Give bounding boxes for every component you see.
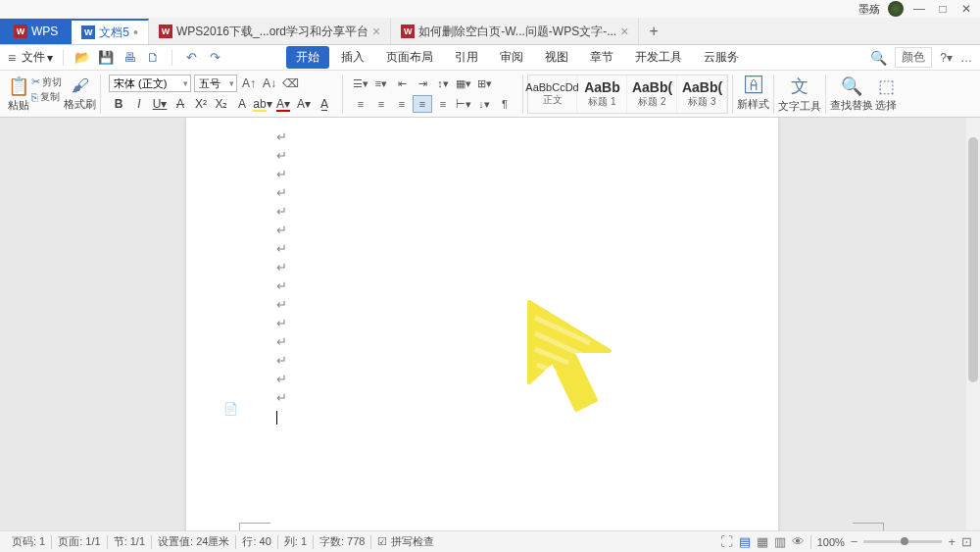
align-justify-button[interactable]: ≡ xyxy=(413,95,432,113)
ribbon-tab-review[interactable]: 审阅 xyxy=(490,46,533,69)
border-button[interactable]: ⊞▾ xyxy=(474,75,494,92)
text-tools-button[interactable]: 文文字工具 xyxy=(778,75,821,114)
color-menu[interactable]: 颜色 xyxy=(895,47,932,68)
tabs-button[interactable]: ⊢▾ xyxy=(454,95,473,113)
ribbon-tab-reference[interactable]: 引用 xyxy=(445,46,488,69)
open-icon[interactable]: 📂 xyxy=(74,50,91,65)
status-section[interactable]: 节: 1/1 xyxy=(110,534,149,549)
status-words[interactable]: 字数: 778 xyxy=(316,534,368,549)
doc-tab-0[interactable]: W 文档5 • xyxy=(72,19,149,44)
highlight-button[interactable]: ab▾ xyxy=(253,95,272,113)
status-col[interactable]: 列: 1 xyxy=(280,534,311,549)
phonetic-button[interactable]: A̲ xyxy=(315,95,334,113)
zoom-thumb[interactable] xyxy=(901,537,908,545)
fullscreen-icon[interactable]: ⛶ xyxy=(720,534,733,549)
ribbon-tab-start[interactable]: 开始 xyxy=(286,46,329,69)
subscript-button[interactable]: X₂ xyxy=(212,95,231,113)
font-size-select[interactable]: 五号 xyxy=(194,75,237,92)
status-spell[interactable]: ☑ 拼写检查 xyxy=(373,534,437,549)
font-color-button[interactable]: A▾ xyxy=(273,95,293,113)
tab-close-icon[interactable]: × xyxy=(620,24,628,39)
wps-home-tab[interactable]: W WPS xyxy=(0,19,72,44)
status-pages[interactable]: 页面: 1/1 xyxy=(54,534,104,549)
zoom-out-button[interactable]: − xyxy=(851,534,858,549)
save-icon[interactable]: 💾 xyxy=(97,50,115,65)
status-setval[interactable]: 设置值: 24厘米 xyxy=(154,534,233,549)
new-tab-button[interactable]: + xyxy=(639,19,667,44)
indent-dec-button[interactable]: ⇤ xyxy=(392,75,412,92)
scroll-thumb[interactable] xyxy=(968,137,978,382)
text-effect-button[interactable]: A xyxy=(232,95,252,113)
search-icon[interactable]: 🔍 xyxy=(870,50,887,66)
user-name[interactable]: 墨殇 xyxy=(858,2,880,17)
document-page[interactable]: ↵↵↵↵↵↵↵↵↵↵↵↵↵↵↵ xyxy=(186,118,778,530)
bold-button[interactable]: B xyxy=(109,95,128,113)
show-marks-button[interactable]: ¶ xyxy=(495,95,514,113)
tab-close-icon[interactable]: • xyxy=(133,25,138,40)
redo-icon[interactable]: ↷ xyxy=(206,50,223,65)
copy-button[interactable]: ⎘复制 xyxy=(31,90,62,104)
ribbon-tab-section[interactable]: 章节 xyxy=(580,46,623,69)
indent-inc-button[interactable]: ⇥ xyxy=(413,75,432,92)
paste-button[interactable]: 📋 粘贴 xyxy=(8,75,29,113)
hamburger-icon[interactable]: ≡ xyxy=(8,50,16,66)
undo-icon[interactable]: ↶ xyxy=(182,50,200,65)
zoom-level[interactable]: 100% xyxy=(817,536,845,548)
styles-gallery[interactable]: AaBbCcDd正文 AaBb标题 1 AaBb(标题 2 AaBb(标题 3 xyxy=(527,75,728,114)
sort-button[interactable]: ↓▾ xyxy=(474,95,494,113)
maximize-button[interactable]: □ xyxy=(935,2,951,16)
doc-tab-1[interactable]: W WPS2016下载_...ord学习和分享平台 × xyxy=(149,19,391,44)
help-icon[interactable]: ?▾ xyxy=(940,51,953,65)
font-family-select[interactable]: 宋体 (正文) xyxy=(109,75,191,92)
print-icon[interactable]: 🖶 xyxy=(121,50,138,65)
shading-button[interactable]: ▦▾ xyxy=(454,75,473,92)
bullets-button[interactable]: ☰▾ xyxy=(351,75,370,92)
outline-icon[interactable]: ▦ xyxy=(757,534,768,549)
ribbon-tab-layout[interactable]: 页面布局 xyxy=(376,46,443,69)
doc-tab-2[interactable]: W 如何删除空白页-W...问题-WPS文字-... × xyxy=(391,19,639,44)
style-h3[interactable]: AaBb(标题 3 xyxy=(678,75,727,113)
clear-format-icon[interactable]: ⌫ xyxy=(281,75,299,91)
read-mode-icon[interactable]: 👁 xyxy=(792,534,805,549)
page-options-icon[interactable]: 📄 xyxy=(223,402,239,418)
format-brush-button[interactable]: 🖌 格式刷 xyxy=(64,75,96,113)
minimize-button[interactable]: — xyxy=(911,2,927,16)
fit-page-icon[interactable]: ⊡ xyxy=(961,534,972,549)
status-page[interactable]: 页码: 1 xyxy=(8,534,49,549)
ribbon-tab-insert[interactable]: 插入 xyxy=(331,46,374,69)
align-center-button[interactable]: ≡ xyxy=(371,95,391,113)
numbering-button[interactable]: ≡▾ xyxy=(371,75,391,92)
superscript-button[interactable]: X² xyxy=(191,95,211,113)
web-layout-icon[interactable]: ▥ xyxy=(774,534,786,549)
cut-button[interactable]: ✂剪切 xyxy=(31,75,62,89)
select-button[interactable]: ⬚选择 xyxy=(875,75,897,113)
style-h1[interactable]: AaBb标题 1 xyxy=(578,75,627,113)
italic-button[interactable]: I xyxy=(129,95,149,113)
zoom-in-button[interactable]: + xyxy=(948,534,956,549)
ribbon-tab-view[interactable]: 视图 xyxy=(535,46,578,69)
new-style-button[interactable]: 🄰新样式 xyxy=(737,75,769,112)
line-spacing-button[interactable]: ↕▾ xyxy=(433,75,453,92)
char-shading-button[interactable]: A▾ xyxy=(294,95,314,113)
align-left-button[interactable]: ≡ xyxy=(351,95,370,113)
print-layout-icon[interactable]: ▤ xyxy=(739,534,751,549)
style-normal[interactable]: AaBbCcDd正文 xyxy=(528,75,577,113)
grow-font-icon[interactable]: A↑ xyxy=(240,75,258,91)
strikethrough-button[interactable]: A xyxy=(171,95,190,113)
underline-button[interactable]: U▾ xyxy=(150,95,170,113)
status-line[interactable]: 行: 40 xyxy=(238,534,274,549)
zoom-slider[interactable] xyxy=(863,540,942,543)
document-area[interactable]: ↵↵↵↵↵↵↵↵↵↵↵↵↵↵↵ 📄 xyxy=(0,118,980,530)
ribbon-tab-cloud[interactable]: 云服务 xyxy=(694,46,749,69)
align-right-button[interactable]: ≡ xyxy=(392,95,412,113)
print-preview-icon[interactable]: 🗋 xyxy=(144,50,162,65)
align-distribute-button[interactable]: ≡ xyxy=(433,95,453,113)
find-replace-button[interactable]: 🔍查找替换 xyxy=(830,75,873,113)
shrink-font-icon[interactable]: A↓ xyxy=(261,75,278,91)
file-menu[interactable]: 文件 ▾ xyxy=(22,49,53,66)
collapse-ribbon-icon[interactable]: … xyxy=(960,51,972,65)
close-button[interactable]: ✕ xyxy=(958,2,974,16)
vertical-scrollbar[interactable] xyxy=(966,118,980,530)
ribbon-tab-dev[interactable]: 开发工具 xyxy=(625,46,692,69)
style-h2[interactable]: AaBb(标题 2 xyxy=(628,75,677,113)
